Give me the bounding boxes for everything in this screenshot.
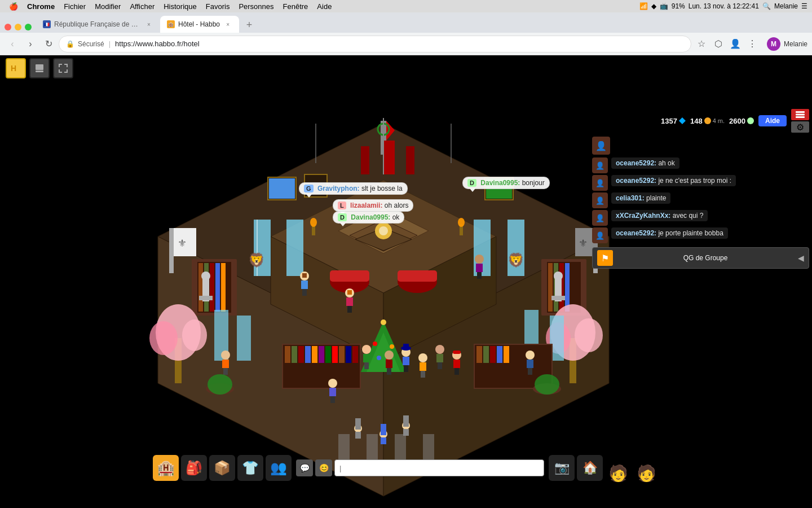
menu-historique[interactable]: Historique <box>159 0 201 12</box>
catalog-btn[interactable]: 📦 <box>209 455 235 481</box>
chat-entry-oceane-plainte: 👤 oceane5292: je porte plainte bobba <box>592 227 809 243</box>
habbo-icon-btn[interactable]: 🏨 <box>153 455 179 481</box>
svg-rect-80 <box>476 346 482 363</box>
group-panel[interactable]: ⚑ QG de Groupe ◀ <box>592 247 809 269</box>
chat-log-name-1: oceane5292: <box>616 159 656 167</box>
camera-btn[interactable]: 📷 <box>549 455 575 481</box>
window-minimize-btn[interactable] <box>15 24 21 30</box>
hud-icon-settings[interactable]: ⚙ <box>791 121 809 133</box>
browser-profile: M Melanie <box>767 37 807 51</box>
chat-text-davina-bonjour: bonjour <box>522 179 545 187</box>
habbo-logo-button[interactable]: H <box>6 58 26 78</box>
new-tab-button[interactable]: + <box>241 17 257 33</box>
browser-toolbar: ‹ › ↻ 🔒 Sécurisé | https://www.habbo.fr/… <box>0 33 812 55</box>
tab-republique[interactable]: 🇫🇷 République Française de Habb... × <box>36 16 160 33</box>
svg-text:⚜: ⚜ <box>178 238 187 249</box>
chat-entry-xxtazy: 👤 xXCraZyKahnXx: avec qui ? <box>592 210 809 226</box>
avatar-preview-2[interactable]: 🧑 <box>633 453 659 483</box>
svg-point-129 <box>535 374 559 395</box>
svg-point-62 <box>390 344 394 349</box>
back-button[interactable]: ‹ <box>5 36 20 52</box>
svg-rect-36 <box>169 228 174 273</box>
svg-rect-42 <box>383 141 395 174</box>
svg-rect-24 <box>565 263 570 312</box>
chat-bubble-lizaalamii: L lizaalamii: oh alors <box>333 199 413 212</box>
tab-close-habbo[interactable]: × <box>223 20 232 29</box>
tab-close-republique[interactable]: × <box>144 20 153 29</box>
svg-rect-47 <box>286 220 303 276</box>
menu-personnes[interactable]: Personnes <box>234 0 278 12</box>
svg-rect-49 <box>508 220 524 276</box>
user-profile[interactable]: Melanie <box>774 2 798 10</box>
group-expand-icon: ◀ <box>798 253 804 262</box>
menu-fenetre[interactable]: Fenêtre <box>279 0 313 12</box>
address-bar[interactable]: 🔒 Sécurisé | https://www.habbo.fr/hotel <box>59 36 691 52</box>
notification-center[interactable]: ☰ <box>801 2 807 10</box>
chat-avatar-gravityphon: G <box>304 185 314 192</box>
chat-bubble-davina-bonjour: D Davina0995: bonjour <box>462 177 550 189</box>
search-icon[interactable]: 🔍 <box>762 2 771 10</box>
apple-menu[interactable]: 🍎 <box>5 0 23 12</box>
svg-rect-46 <box>257 220 258 276</box>
svg-rect-118 <box>222 360 229 368</box>
svg-point-151 <box>310 218 317 227</box>
tab-habbo[interactable]: 🏨 Hôtel - Habbo × <box>160 16 239 33</box>
menu-aide[interactable]: Aide <box>312 0 336 12</box>
inventory-btn[interactable]: 🎒 <box>181 455 207 481</box>
extensions-button[interactable]: ⬡ <box>710 36 726 52</box>
friends-btn[interactable]: 👥 <box>266 455 292 481</box>
svg-point-153 <box>458 218 465 227</box>
menu-favoris[interactable]: Favoris <box>201 0 235 12</box>
window-close-btn[interactable] <box>5 24 11 30</box>
menu-modifier[interactable]: Modifier <box>90 0 125 12</box>
svg-rect-158 <box>403 429 409 436</box>
chat-mode-toggle[interactable]: 💬 <box>296 459 313 476</box>
avatar-btn[interactable]: 👕 <box>237 455 263 481</box>
svg-rect-95 <box>364 362 369 369</box>
svg-rect-91 <box>347 306 352 313</box>
hud-icon-red[interactable] <box>791 109 809 120</box>
svg-rect-101 <box>404 365 408 372</box>
svg-rect-92 <box>347 290 352 295</box>
profile-avatar: M <box>767 37 780 51</box>
profile-button[interactable]: 👤 <box>727 36 743 52</box>
bottom-dock-left: 🏨 🎒 📦 👕 👥 <box>153 455 292 481</box>
menu-button[interactable]: ⋮ <box>744 36 760 52</box>
chat-input[interactable] <box>334 459 544 476</box>
window-maximize-btn[interactable] <box>25 24 32 30</box>
chat-avatar-oceane2: 👤 <box>592 175 608 191</box>
reload-button[interactable]: ↻ <box>41 36 56 52</box>
room-info-button[interactable] <box>29 58 50 78</box>
tab-favicon-republique: 🇫🇷 <box>43 20 51 28</box>
right-chat-panel: 1357 148 4 m. 2600 Aide <box>592 109 809 269</box>
svg-rect-90 <box>346 297 353 306</box>
svg-rect-121 <box>476 264 483 272</box>
svg-point-63 <box>377 356 381 360</box>
tab-label-republique: République Française de Habb... <box>54 20 141 28</box>
game-area[interactable]: ⚜ ⚜ <box>0 55 812 508</box>
aide-button[interactable]: Aide <box>758 115 787 126</box>
toolbar-right: ☆ ⬡ 👤 ⋮ <box>694 36 760 52</box>
emoji-btn[interactable]: 😊 <box>315 459 332 476</box>
svg-rect-116 <box>330 396 335 403</box>
svg-point-11 <box>379 226 388 235</box>
svg-rect-72 <box>319 346 324 363</box>
menu-bar: 🍎 Chrome Fichier Modifier Afficher Histo… <box>0 0 812 12</box>
coin-section: 148 4 m. <box>690 117 725 125</box>
menu-fichier[interactable]: Fichier <box>59 0 90 12</box>
room-btn[interactable]: 🏠 <box>577 455 603 481</box>
chat-name-davina-ok: Davina0995: <box>351 213 390 221</box>
forward-button[interactable]: › <box>23 36 38 52</box>
bookmark-button[interactable]: ☆ <box>694 36 709 52</box>
credit-value: 2600 <box>729 117 745 125</box>
avatar-preview-1[interactable]: 🧑 <box>605 453 631 483</box>
fullscreen-button[interactable] <box>53 58 73 78</box>
menu-afficher[interactable]: Afficher <box>125 0 159 12</box>
chat-log-msg-5: je porte plainte bobba <box>658 229 723 237</box>
svg-point-104 <box>418 353 427 362</box>
svg-rect-155 <box>355 432 361 439</box>
group-icon: ⚑ <box>597 250 613 266</box>
menu-chrome[interactable]: Chrome <box>23 0 59 12</box>
chat-log-name-2: oceane5292: <box>616 177 656 185</box>
tab-bar: 🇫🇷 République Française de Habb... × 🏨 H… <box>0 12 812 33</box>
